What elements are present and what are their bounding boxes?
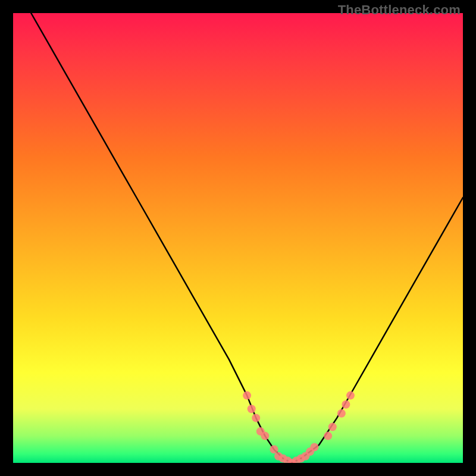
- svg-point-0: [243, 392, 251, 400]
- curve-layer: [13, 13, 463, 463]
- svg-point-16: [328, 423, 337, 431]
- svg-point-1: [248, 405, 256, 413]
- svg-point-17: [337, 409, 346, 418]
- chart-frame: TheBottleneck.com: [0, 0, 476, 476]
- plot-area: [13, 13, 463, 463]
- svg-point-2: [252, 414, 260, 422]
- svg-point-18: [342, 400, 350, 409]
- highlight-dots: [243, 392, 355, 463]
- svg-point-4: [261, 432, 269, 440]
- svg-point-14: [311, 443, 319, 452]
- svg-point-5: [270, 445, 278, 453]
- watermark-text: TheBottleneck.com: [338, 2, 461, 18]
- svg-point-19: [346, 392, 355, 400]
- svg-point-15: [324, 432, 332, 440]
